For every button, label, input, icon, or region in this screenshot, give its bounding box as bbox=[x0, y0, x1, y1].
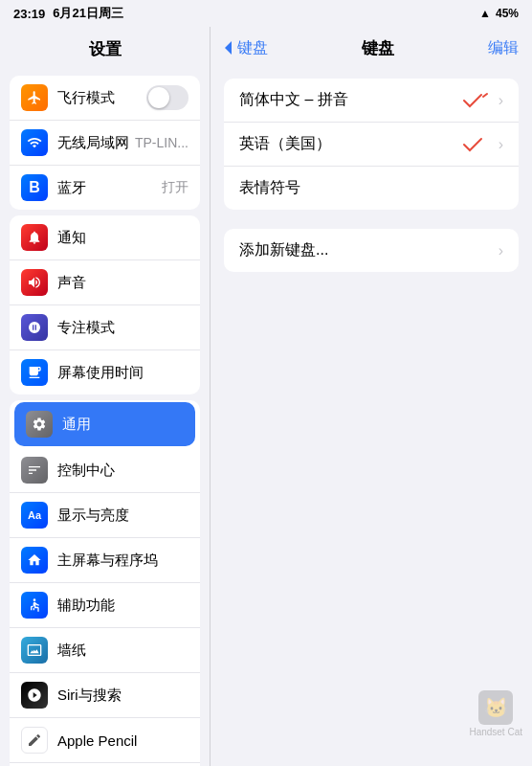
sidebar-group-notifications: 通知 声音 专注模式 屏幕使用时间 bbox=[10, 215, 200, 394]
sidebar-item-accessibility[interactable]: 辅助功能 bbox=[10, 583, 200, 628]
detail-content: 简体中文 – 拼音 › 英语（美国） › bbox=[211, 69, 532, 301]
sidebar-item-control[interactable]: 控制中心 bbox=[10, 448, 200, 493]
keyboards-group: 简体中文 – 拼音 › 英语（美国） › bbox=[224, 79, 519, 210]
sidebar-item-screentime[interactable]: 屏幕使用时间 bbox=[10, 350, 200, 394]
status-date: 6月21日周三 bbox=[53, 5, 123, 22]
detail-item-emoji[interactable]: 表情符号 bbox=[224, 167, 519, 210]
main-layout: 设置 飞行模式 无线局域网 TP-LIN... B 蓝 bbox=[0, 27, 532, 766]
sidebar-group-general: 通用 控制中心 Aa 显示与亮度 主屏幕与程序坞 bbox=[10, 400, 200, 766]
watermark: 🐱 Handset Cat bbox=[469, 690, 522, 737]
general-label: 通用 bbox=[62, 416, 184, 434]
watermark-text: Handset Cat bbox=[469, 727, 522, 737]
wallpaper-label: 墙纸 bbox=[57, 642, 188, 660]
airplane-icon bbox=[21, 84, 48, 111]
english-us-chevron: › bbox=[499, 136, 503, 153]
sidebar-item-airplane[interactable]: 飞行模式 bbox=[10, 76, 200, 121]
english-us-label: 英语（美国） bbox=[239, 134, 462, 154]
battery-level: 45% bbox=[496, 7, 519, 20]
sidebar-item-general[interactable]: 通用 bbox=[14, 402, 195, 446]
sidebar-item-notification[interactable]: 通知 bbox=[10, 215, 200, 260]
wallpaper-icon bbox=[21, 637, 48, 664]
status-time: 23:19 bbox=[13, 7, 45, 21]
airplane-toggle[interactable] bbox=[146, 85, 188, 110]
wifi-icon: ▲ bbox=[479, 7, 491, 20]
wifi-icon-item bbox=[21, 129, 48, 156]
sidebar-group-connectivity: 飞行模式 无线局域网 TP-LIN... B 蓝牙 打开 bbox=[10, 76, 200, 210]
status-right: ▲ 45% bbox=[479, 7, 519, 20]
bluetooth-icon: B bbox=[21, 174, 48, 201]
detail-title: 键盘 bbox=[362, 37, 394, 59]
sidebar-item-siri[interactable]: Siri与搜索 bbox=[10, 673, 200, 718]
detail-item-simplified-chinese[interactable]: 简体中文 – 拼音 › bbox=[224, 79, 519, 123]
display-icon: Aa bbox=[21, 502, 48, 529]
control-label: 控制中心 bbox=[57, 462, 188, 480]
sidebar-item-wallpaper[interactable]: 墙纸 bbox=[10, 628, 200, 673]
wifi-value: TP-LIN... bbox=[135, 135, 188, 150]
sidebar-item-homescreen[interactable]: 主屏幕与程序坞 bbox=[10, 538, 200, 583]
add-keyboard-chevron: › bbox=[499, 242, 503, 259]
status-left: 23:19 6月21日周三 bbox=[13, 5, 123, 22]
bluetooth-value: 打开 bbox=[162, 179, 188, 196]
sidebar-title: 设置 bbox=[0, 27, 210, 70]
sidebar: 设置 飞行模式 无线局域网 TP-LIN... B 蓝 bbox=[0, 27, 211, 766]
sidebar-item-wifi[interactable]: 无线局域网 TP-LIN... bbox=[10, 121, 200, 166]
nav-back-label: 键盘 bbox=[237, 38, 268, 58]
general-icon bbox=[26, 411, 53, 438]
sound-label: 声音 bbox=[57, 274, 188, 292]
detail-item-english-us[interactable]: 英语（美国） › bbox=[224, 123, 519, 167]
sound-icon bbox=[21, 269, 48, 296]
accessibility-icon bbox=[21, 592, 48, 619]
wifi-label: 无线局域网 bbox=[57, 134, 135, 152]
add-keyboard-group: 添加新键盘... › bbox=[224, 229, 519, 272]
simplified-chinese-chevron: › bbox=[499, 92, 503, 109]
detail-item-add-keyboard[interactable]: 添加新键盘... › bbox=[224, 229, 519, 272]
detail-panel: 键盘 键盘 编辑 简体中文 – 拼音 › 英语（美国） bbox=[211, 27, 532, 766]
nav-back-button[interactable]: 键盘 bbox=[224, 38, 268, 58]
emoji-label: 表情符号 bbox=[239, 178, 503, 198]
check-pencil-1 bbox=[462, 91, 491, 110]
sidebar-item-bluetooth[interactable]: B 蓝牙 打开 bbox=[10, 166, 200, 210]
sidebar-item-sound[interactable]: 声音 bbox=[10, 260, 200, 305]
sidebar-item-pencil[interactable]: Apple Pencil bbox=[10, 718, 200, 763]
bluetooth-label: 蓝牙 bbox=[57, 179, 162, 197]
svg-point-0 bbox=[33, 598, 36, 601]
display-label: 显示与亮度 bbox=[57, 507, 188, 525]
control-icon bbox=[21, 457, 48, 484]
siri-icon bbox=[21, 682, 48, 709]
pencil-icon bbox=[21, 727, 48, 754]
status-bar: 23:19 6月21日周三 ▲ 45% bbox=[0, 0, 532, 27]
screentime-label: 屏幕使用时间 bbox=[57, 364, 188, 382]
simplified-chinese-label: 简体中文 – 拼音 bbox=[239, 90, 462, 110]
focus-icon bbox=[21, 314, 48, 341]
homescreen-icon bbox=[21, 547, 48, 574]
check-pencil-2 bbox=[462, 135, 491, 154]
focus-label: 专注模式 bbox=[57, 319, 188, 337]
notification-label: 通知 bbox=[57, 229, 188, 247]
pencil-label: Apple Pencil bbox=[57, 732, 188, 749]
notification-icon bbox=[21, 224, 48, 251]
sidebar-item-focus[interactable]: 专注模式 bbox=[10, 305, 200, 350]
screentime-icon bbox=[21, 359, 48, 386]
detail-edit-button[interactable]: 编辑 bbox=[488, 38, 519, 58]
airplane-label: 飞行模式 bbox=[57, 89, 146, 107]
detail-navbar: 键盘 键盘 编辑 bbox=[211, 27, 532, 69]
sidebar-item-display[interactable]: Aa 显示与亮度 bbox=[10, 493, 200, 538]
homescreen-label: 主屏幕与程序坞 bbox=[57, 552, 188, 570]
watermark-icon: 🐱 bbox=[478, 690, 513, 725]
add-keyboard-label: 添加新键盘... bbox=[239, 240, 491, 260]
siri-label: Siri与搜索 bbox=[57, 687, 188, 705]
accessibility-label: 辅助功能 bbox=[57, 597, 188, 615]
